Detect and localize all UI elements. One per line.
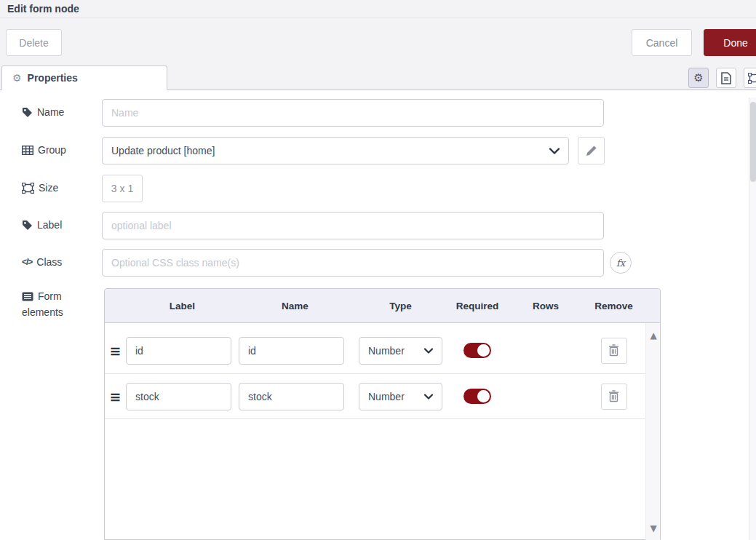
form-elements-label-line2: elements [22,306,63,318]
properties-panel: Name Group Update product [home] [0,91,749,540]
tab-bar: ⚙ Properties ⚙ [0,65,756,90]
group-select-value: Update product [home] [111,145,215,156]
form-elements-label-line1: Form [38,290,62,302]
required-toggle[interactable] [463,343,491,358]
header-name: Name [239,301,351,311]
fx-icon: fx [616,258,625,269]
class-label: Class [36,256,62,268]
editor-pane-switcher: ⚙ [688,68,756,88]
table-scrollbar[interactable]: ▲ ▼ [645,323,660,540]
chevron-down-icon [424,394,433,400]
name-label: Name [37,106,64,118]
label-input[interactable] [102,212,604,239]
scroll-down-icon[interactable]: ▼ [646,523,661,533]
group-select[interactable]: Update product [home] [102,137,569,164]
tag-icon [22,107,33,118]
chevron-down-icon [424,348,433,354]
class-input[interactable] [102,249,604,277]
required-toggle[interactable] [463,389,491,404]
header-rows: Rows [512,301,579,311]
dialog-toolbar: Delete Cancel Done [0,18,756,65]
appearance-pane-button[interactable] [744,68,756,88]
object-group-icon [22,183,34,194]
element-label-input[interactable] [126,337,231,365]
group-label: Group [38,144,66,156]
fx-dynamic-class-button[interactable]: fx [610,252,632,274]
properties-pane-button[interactable]: ⚙ [688,68,709,88]
scrollbar-thumb[interactable] [750,102,756,182]
trash-icon [608,344,619,357]
header-required: Required [442,301,512,311]
element-type-select[interactable]: Number [359,383,442,410]
code-icon: </> [22,257,32,267]
list-alt-icon [22,292,33,301]
tag-icon [22,220,33,231]
element-type-select[interactable]: Number [359,337,442,365]
table-icon [22,146,33,155]
document-icon [721,72,731,84]
header-remove: Remove [579,301,648,311]
header-label: Label [126,301,239,311]
dialog-title: Edit form node [7,3,79,15]
gear-icon: ⚙ [693,71,703,84]
size-value-button[interactable]: 3 x 1 [102,175,143,202]
pencil-icon [586,146,597,156]
edit-form-node-dialog: Edit form node Delete Cancel Done ⚙ Prop… [0,0,756,540]
form-elements-table: Label Name Type Required Rows Remove ≡ [104,288,661,540]
table-row: ≡ Number [105,323,645,374]
description-pane-button[interactable] [716,68,736,88]
size-label: Size [39,182,58,194]
dialog-header: Edit form node [0,0,756,18]
panel-scrollbar[interactable] [749,98,756,540]
chevron-down-icon [549,148,560,154]
header-type: Type [359,301,442,311]
remove-element-button[interactable] [601,338,627,364]
trash-icon [608,390,619,402]
tab-properties-label: Properties [28,72,78,84]
remove-element-button[interactable] [601,384,627,410]
form-elements-table-body: ≡ Number [105,323,660,540]
gear-icon: ⚙ [12,72,22,84]
scroll-up-icon[interactable]: ▲ [646,330,661,341]
delete-button[interactable]: Delete [6,29,62,56]
drag-handle-icon[interactable]: ≡ [105,343,126,359]
table-row: ≡ Number [105,374,645,419]
done-button[interactable]: Done [704,29,756,56]
object-group-icon [748,73,756,84]
name-input[interactable] [102,99,604,127]
form-elements-table-header: Label Name Type Required Rows Remove [105,289,660,323]
element-name-input[interactable] [239,383,344,410]
tab-properties[interactable]: ⚙ Properties [1,65,167,90]
cancel-button[interactable]: Cancel [632,29,692,56]
element-type-value: Number [368,345,405,357]
element-type-value: Number [368,391,405,402]
label-label: Label [37,219,62,231]
element-name-input[interactable] [239,337,344,365]
element-label-input[interactable] [126,383,231,410]
drag-handle-icon[interactable]: ≡ [105,389,126,405]
edit-group-button[interactable] [578,137,605,164]
